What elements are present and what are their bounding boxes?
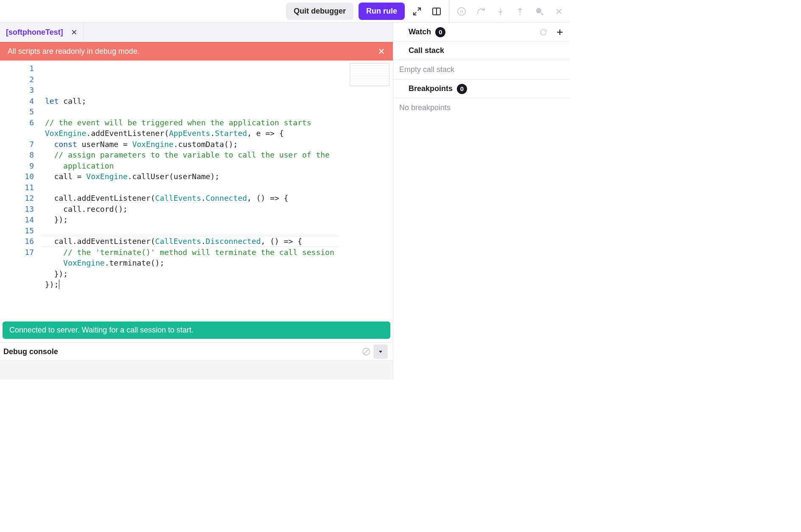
code-line: // the 'terminate()' method will termina… bbox=[45, 247, 393, 258]
line-number: 11 bbox=[0, 182, 34, 193]
code-line: call.addEventListener(CallEvents.Connect… bbox=[45, 193, 393, 204]
svg-point-7 bbox=[500, 14, 501, 15]
svg-marker-20 bbox=[379, 351, 382, 353]
svg-point-10 bbox=[536, 8, 542, 13]
line-number: 5 bbox=[0, 106, 34, 117]
banner-close-icon[interactable] bbox=[378, 47, 385, 55]
code-line: call = VoxEngine.callUser(userName); bbox=[45, 171, 393, 182]
tab-close-icon[interactable] bbox=[71, 29, 78, 36]
main-split: [softphoneTest] All scripts are readonly… bbox=[0, 23, 570, 380]
line-number bbox=[0, 128, 34, 139]
code-line: call.record(); bbox=[45, 204, 393, 215]
code-line: }); bbox=[45, 214, 393, 225]
layout-toggle-icon[interactable] bbox=[429, 4, 444, 19]
line-number: 12 bbox=[0, 193, 34, 204]
banner-text: All scripts are readonly in debug mode. bbox=[8, 47, 139, 56]
tab-label: [softphoneTest] bbox=[6, 28, 63, 37]
callstack-body: Empty call stack bbox=[393, 60, 570, 80]
line-number: 14 bbox=[0, 214, 34, 225]
line-gutter: 1234567891011121314151617 bbox=[0, 61, 41, 318]
svg-point-9 bbox=[520, 14, 521, 15]
step-over-icon[interactable] bbox=[474, 4, 488, 19]
refresh-watch-icon[interactable] bbox=[539, 28, 548, 36]
breakpoints-body: No breakpoints bbox=[393, 98, 570, 117]
code-line: }); bbox=[45, 279, 393, 290]
step-into-icon[interactable] bbox=[493, 4, 508, 19]
toolbar-divider bbox=[449, 0, 449, 23]
callstack-label: Call stack bbox=[409, 46, 444, 55]
code-line bbox=[45, 225, 393, 236]
line-number: 6 bbox=[0, 117, 34, 128]
code-editor[interactable]: 1234567891011121314151617 let call;// th… bbox=[0, 61, 393, 318]
tabbar: [softphoneTest] bbox=[0, 23, 393, 42]
code-line bbox=[45, 182, 393, 193]
svg-point-5 bbox=[477, 13, 478, 14]
breakpoints-header[interactable]: Breakpoints 0 bbox=[393, 80, 570, 98]
line-number: 3 bbox=[0, 85, 34, 96]
minimap[interactable] bbox=[350, 63, 389, 86]
callstack-empty-text: Empty call stack bbox=[399, 65, 454, 74]
tab-softphonetest[interactable]: [softphoneTest] bbox=[0, 23, 84, 42]
step-out-icon[interactable] bbox=[513, 4, 527, 19]
svg-point-2 bbox=[458, 7, 465, 15]
caret bbox=[59, 280, 60, 289]
close-icon[interactable] bbox=[552, 4, 566, 19]
line-number: 2 bbox=[0, 74, 34, 85]
quit-debugger-button[interactable]: Quit debugger bbox=[286, 3, 353, 20]
code-line bbox=[45, 106, 393, 117]
connection-status: Connected to server. Waiting for a call … bbox=[3, 321, 390, 339]
debug-console-title: Debug console bbox=[3, 347, 58, 356]
code-line: // the event will be triggered when the … bbox=[45, 117, 393, 128]
pause-icon[interactable] bbox=[454, 4, 469, 19]
callstack-header[interactable]: Call stack bbox=[393, 42, 570, 60]
debug-sidebar: Watch 0 Call stack Empty call stack Brea… bbox=[393, 23, 570, 380]
watch-count-badge: 0 bbox=[435, 27, 445, 37]
line-number: 7 bbox=[0, 139, 34, 150]
line-number: 15 bbox=[0, 225, 34, 236]
debug-console-body bbox=[0, 361, 393, 380]
code-line: application bbox=[45, 161, 393, 172]
deactivate-breakpoints-icon[interactable] bbox=[532, 4, 547, 19]
line-number: 17 bbox=[0, 247, 34, 258]
editor-pane: [softphoneTest] All scripts are readonly… bbox=[0, 23, 393, 380]
line-number: 10 bbox=[0, 171, 34, 182]
code-area[interactable]: let call;// the event will be triggered … bbox=[41, 61, 393, 318]
debug-console-header: Debug console bbox=[0, 342, 393, 361]
code-line: VoxEngine.terminate(); bbox=[45, 258, 393, 269]
line-number: 8 bbox=[0, 150, 34, 161]
run-rule-button[interactable]: Run rule bbox=[359, 3, 405, 20]
add-watch-icon[interactable] bbox=[555, 28, 565, 37]
console-dropdown-icon[interactable] bbox=[373, 344, 388, 359]
line-number: 1 bbox=[0, 63, 34, 74]
code-line: VoxEngine.addEventListener(AppEvents.Sta… bbox=[45, 128, 393, 139]
code-line: let call; bbox=[45, 96, 393, 107]
toolbar: Quit debugger Run rule bbox=[0, 0, 570, 23]
status-text: Connected to server. Waiting for a call … bbox=[9, 326, 194, 334]
line-number: 9 bbox=[0, 161, 34, 172]
breakpoints-count-badge: 0 bbox=[457, 84, 467, 94]
code-line: call.addEventListener(CallEvents.Disconn… bbox=[45, 236, 393, 247]
line-number: 13 bbox=[0, 204, 34, 215]
svg-line-19 bbox=[364, 349, 369, 354]
code-line: }); bbox=[45, 269, 393, 280]
breakpoints-label: Breakpoints bbox=[409, 84, 453, 93]
line-number: 16 bbox=[0, 236, 34, 247]
readonly-banner: All scripts are readonly in debug mode. bbox=[0, 42, 393, 61]
code-line: // assign parameters to the variable to … bbox=[45, 150, 393, 161]
breakpoints-empty-text: No breakpoints bbox=[399, 103, 451, 112]
watch-header[interactable]: Watch 0 bbox=[393, 23, 570, 42]
watch-label: Watch bbox=[409, 28, 431, 36]
line-number: 4 bbox=[0, 96, 34, 107]
code-line: const userName = VoxEngine.customData(); bbox=[45, 139, 393, 150]
svg-line-11 bbox=[541, 13, 543, 15]
clear-console-icon[interactable] bbox=[359, 344, 373, 359]
collapse-icon[interactable] bbox=[410, 4, 424, 19]
